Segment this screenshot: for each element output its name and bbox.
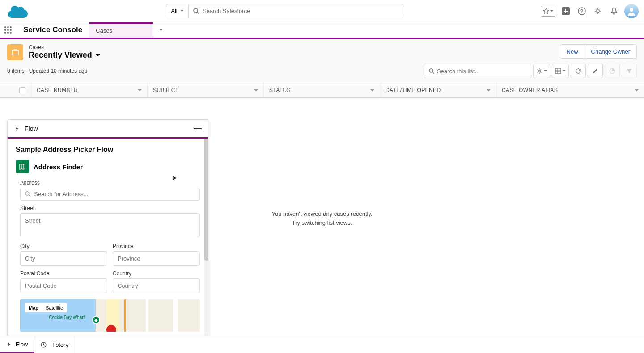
- chevron-down-icon: [635, 89, 639, 92]
- map-preview[interactable]: Map Satellite ◆ Cockle Bay Wharf: [20, 299, 200, 332]
- svg-point-16: [429, 69, 433, 72]
- street-input[interactable]: [20, 213, 200, 237]
- street-label: Street: [20, 205, 200, 211]
- lightning-icon: [6, 341, 12, 347]
- column-subject[interactable]: SUBJECT: [148, 83, 264, 97]
- nav-tab-cases[interactable]: Cases: [89, 22, 153, 38]
- filter-icon: [626, 68, 632, 74]
- setup-button[interactable]: [592, 5, 604, 17]
- nav-tab-menu[interactable]: [153, 22, 168, 38]
- search-icon: [193, 8, 199, 14]
- search-scope-dropdown[interactable]: All: [166, 4, 188, 18]
- search-scope-label: All: [171, 8, 177, 14]
- map-icon: [18, 163, 26, 171]
- chart-button[interactable]: [605, 64, 620, 78]
- salesforce-logo[interactable]: [7, 4, 29, 18]
- map-tab-satellite[interactable]: Satellite: [42, 303, 67, 312]
- notifications-button[interactable]: [608, 5, 620, 17]
- svg-point-18: [538, 70, 541, 72]
- filter-button[interactable]: [622, 64, 637, 78]
- list-search-input[interactable]: [437, 68, 526, 75]
- list-view-name: Recently Viewed: [29, 50, 92, 60]
- cursor-icon: ➤: [172, 174, 177, 181]
- app-launcher[interactable]: [0, 22, 16, 38]
- postal-input[interactable]: [20, 278, 107, 293]
- display-as-button[interactable]: [552, 64, 569, 78]
- flow-panel-header[interactable]: Flow —: [8, 120, 208, 139]
- briefcase-icon: [11, 48, 20, 57]
- help-button[interactable]: ?: [576, 5, 588, 17]
- minimize-button[interactable]: —: [194, 124, 202, 133]
- address-lookup[interactable]: [20, 188, 200, 201]
- favorites-button[interactable]: [541, 6, 555, 17]
- select-all-column[interactable]: [0, 83, 31, 97]
- global-header: All ?: [0, 0, 644, 22]
- utility-tab-label: History: [50, 341, 68, 348]
- svg-point-9: [10, 26, 12, 28]
- province-label: Province: [113, 243, 200, 249]
- nav-tab-label: Cases: [96, 27, 112, 34]
- page-header: Cases Recently Viewed New Change Owner: [0, 39, 644, 64]
- clock-icon: [41, 342, 47, 348]
- svg-point-11: [7, 29, 9, 31]
- pie-icon: [609, 68, 615, 74]
- list-settings-button[interactable]: [533, 64, 550, 78]
- city-label: City: [20, 243, 107, 249]
- svg-point-10: [4, 29, 6, 31]
- header-actions: New Change Owner: [560, 44, 637, 59]
- gear-icon: [594, 7, 602, 15]
- chevron-down-icon: [138, 89, 142, 92]
- country-input[interactable]: [113, 278, 200, 293]
- map-poi-label: Cockle Bay Wharf: [49, 315, 85, 320]
- gear-icon: [536, 68, 542, 74]
- flow-section-header: Address Finder: [16, 160, 200, 173]
- column-datetime[interactable]: DATE/TIME OPENED: [380, 83, 496, 97]
- flow-body: Sample Address Picker Flow Address Finde…: [8, 139, 208, 336]
- chevron-down-icon: [563, 70, 566, 72]
- chevron-down-icon: [550, 10, 553, 12]
- add-button[interactable]: [560, 5, 572, 17]
- edit-button[interactable]: [588, 64, 603, 78]
- lightning-icon: [14, 126, 20, 132]
- map-tab-map[interactable]: Map: [25, 303, 42, 312]
- svg-rect-19: [555, 68, 561, 74]
- province-input[interactable]: [113, 251, 200, 266]
- svg-point-13: [4, 32, 6, 34]
- svg-point-6: [630, 8, 633, 12]
- refresh-button[interactable]: [571, 64, 586, 78]
- new-button[interactable]: New: [560, 44, 585, 59]
- svg-line-26: [29, 195, 30, 197]
- user-avatar[interactable]: [624, 4, 639, 18]
- svg-point-15: [10, 32, 12, 34]
- city-input[interactable]: [20, 251, 107, 266]
- column-owner[interactable]: CASE OWNER ALIAS: [496, 83, 644, 97]
- list-view-switcher[interactable]: Recently Viewed: [29, 50, 100, 60]
- map-type-toggle[interactable]: Map Satellite: [25, 303, 67, 313]
- svg-line-1: [197, 12, 199, 14]
- checkbox-icon[interactable]: [19, 87, 25, 93]
- address-input[interactable]: [34, 191, 195, 198]
- utility-tab-flow[interactable]: Flow: [0, 336, 34, 353]
- chevron-down-icon: [370, 89, 374, 92]
- list-meta: 0 items · Updated 10 minutes ago: [7, 68, 87, 74]
- table-header: CASE NUMBER SUBJECT STATUS DATE/TIME OPE…: [0, 83, 644, 98]
- chevron-down-icon: [159, 29, 163, 31]
- chevron-down-icon: [180, 10, 184, 12]
- table-icon: [555, 68, 561, 74]
- svg-point-5: [597, 10, 599, 13]
- change-owner-button[interactable]: Change Owner: [585, 44, 637, 59]
- utility-tab-history[interactable]: History: [34, 336, 75, 353]
- utility-tab-label: Flow: [16, 341, 28, 348]
- global-search-input[interactable]: [203, 8, 398, 14]
- search-icon: [25, 191, 30, 197]
- svg-point-0: [194, 8, 198, 13]
- bell-icon: [610, 7, 618, 15]
- utility-bar: Flow History: [0, 336, 644, 353]
- flow-title: Sample Address Picker Flow: [16, 146, 200, 154]
- global-search[interactable]: [189, 4, 403, 18]
- column-status[interactable]: STATUS: [264, 83, 380, 97]
- flow-scrollbar[interactable]: [204, 139, 208, 336]
- list-search[interactable]: [424, 64, 531, 78]
- chevron-down-icon: [544, 70, 547, 72]
- column-case-number[interactable]: CASE NUMBER: [31, 83, 148, 97]
